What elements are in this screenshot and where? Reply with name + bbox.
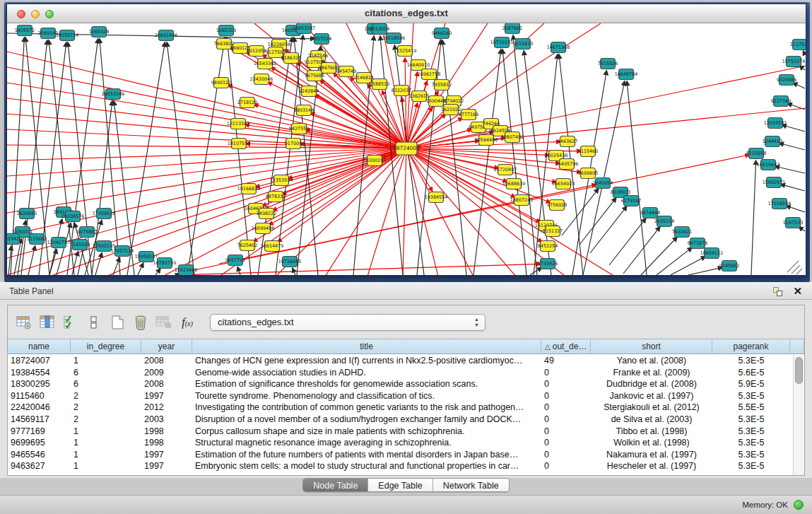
network-canvas-svg[interactable]: 7663822966012589129541822605891275058186… <box>7 23 806 275</box>
table-row[interactable]: 946554611997Estimation of the future num… <box>8 449 793 461</box>
network-node[interactable]: 1215682 <box>27 234 47 245</box>
table-row[interactable]: 911546021997Tourette syndrome. Phenomeno… <box>8 390 793 402</box>
network-node[interactable]: 9756928 <box>547 200 567 211</box>
network-node[interactable]: 1117533 <box>790 40 806 50</box>
network-node[interactable]: 2935114 <box>654 216 674 227</box>
table-cell-short[interactable]: Stergiakouli et al. (2012) <box>591 402 712 414</box>
table-cell-name[interactable]: 9699695 <box>8 437 71 449</box>
table-cell-title[interactable]: Disruption of a novel member of a sodium… <box>192 414 541 426</box>
network-node[interactable]: 20691406 <box>155 30 178 41</box>
network-node[interactable]: 12093582 <box>764 118 787 129</box>
table-cell-indegree[interactable]: 1 <box>71 355 141 367</box>
table-cell-pagerank[interactable]: 5.5E-5 <box>712 402 790 414</box>
new-column-button[interactable] <box>107 312 128 333</box>
table-cell-year[interactable]: 1997 <box>141 460 192 472</box>
table-cell-title[interactable]: Embryonic stem cells: a model to study s… <box>192 460 541 472</box>
network-node[interactable]: 9115460 <box>578 146 598 157</box>
network-node[interactable]: 17359928 <box>93 209 116 219</box>
column-header-indegree[interactable]: in_degree <box>71 339 141 354</box>
table-cell-name[interactable]: 18724007 <box>8 355 71 367</box>
table-cell-outde[interactable]: 0 <box>541 378 591 390</box>
table-cell-short[interactable]: Hescheler et al. (1997) <box>591 460 712 472</box>
network-node[interactable]: 1498222 <box>257 209 276 219</box>
network-node[interactable]: 7857224 <box>312 34 331 45</box>
table-row[interactable]: 2242004622012Investigating the contribut… <box>8 402 793 414</box>
column-format-button[interactable] <box>37 312 58 333</box>
table-cell-indegree[interactable]: 2 <box>71 390 141 402</box>
network-node[interactable]: 9242844 <box>299 86 319 97</box>
network-node[interactable]: 9890122 <box>211 78 231 88</box>
network-node[interactable]: 8427552 <box>289 124 309 134</box>
network-node[interactable]: 19166829 <box>237 184 261 194</box>
table-cell-name[interactable]: 19384554 <box>8 367 71 379</box>
table-cell-indegree[interactable]: 6 <box>71 367 141 379</box>
column-header-pagerank[interactable]: pagerank <box>712 339 790 354</box>
network-canvas[interactable]: 7663822966012589129541822605891275058186… <box>7 23 806 275</box>
table-cell-title[interactable]: Estimation of significance thresholds fo… <box>192 378 541 390</box>
table-cell-short[interactable]: Nakamura et al. (1997) <box>591 449 712 461</box>
network-node[interactable]: 10654112 <box>700 248 724 259</box>
table-row[interactable]: 1456911722003Disruption of a novel membe… <box>8 414 793 426</box>
import-table-button[interactable] <box>153 312 175 333</box>
close-panel-icon[interactable]: ✕ <box>793 285 802 298</box>
network-node[interactable]: 10688639 <box>502 179 526 189</box>
table-cell-name[interactable]: 18300295 <box>8 378 71 390</box>
network-node[interactable]: 1151327 <box>543 226 563 237</box>
network-node[interactable]: 7955812 <box>432 80 452 90</box>
table-cell-year[interactable]: 2008 <box>141 378 192 390</box>
network-node[interactable]: 2087682 <box>502 23 522 34</box>
network-node[interactable]: 8186328 <box>281 53 301 64</box>
network-node[interactable]: 8878332 <box>266 192 286 202</box>
network-window-titlebar[interactable]: citations_edges.txt <box>7 4 806 23</box>
table-cell-outde[interactable]: 0 <box>541 426 591 438</box>
table-cell-title[interactable]: Changes of HCN gene expression and I(f) … <box>192 355 541 367</box>
table-cell-short[interactable]: Franke et al. (2009) <box>591 367 712 379</box>
table-cell-short[interactable]: Dudbridge et al. (2008) <box>591 378 712 390</box>
network-node[interactable]: 1065329 <box>216 25 236 36</box>
network-node[interactable]: 7632621 <box>672 227 692 238</box>
table-cell-indegree[interactable]: 1 <box>71 460 141 472</box>
row-height-button[interactable] <box>83 312 105 333</box>
network-node[interactable]: 9245652 <box>719 261 739 271</box>
network-node[interactable]: 7625402 <box>237 240 257 251</box>
scrollbar-thumb[interactable] <box>795 357 803 384</box>
table-cell-year[interactable]: 2008 <box>141 355 192 367</box>
table-cell-year[interactable]: 2009 <box>141 367 192 379</box>
network-node[interactable]: 18724007 <box>393 142 420 155</box>
table-cell-year[interactable]: 1997 <box>141 449 192 461</box>
table-cell-short[interactable]: Jankovic et al. (1997) <box>591 390 712 402</box>
table-row[interactable]: 969969511998Structural magnetic resonanc… <box>8 437 793 449</box>
table-cell-year[interactable]: 2003 <box>141 414 192 426</box>
table-cell-title[interactable]: Estimation of the future numbers of pati… <box>192 449 541 461</box>
network-node[interactable]: 1244413 <box>763 136 782 147</box>
network-node[interactable]: 8471676 <box>688 238 707 249</box>
network-node[interactable]: 14671368 <box>547 42 570 53</box>
network-node[interactable]: 1733426 <box>538 259 558 269</box>
table-cell-short[interactable]: de Silva et al. (2003) <box>591 414 712 426</box>
network-node[interactable]: 10719155 <box>490 37 514 48</box>
network-node[interactable]: 8813054 <box>370 24 389 35</box>
network-node[interactable]: 16654923 <box>552 179 575 189</box>
network-node[interactable]: 7515526 <box>598 59 618 69</box>
table-cell-pagerank[interactable]: 5.3E-5 <box>712 449 790 461</box>
table-cell-outde[interactable]: 0 <box>541 449 591 461</box>
function-builder-button[interactable]: f(x) <box>177 312 198 333</box>
table-selector-dropdown[interactable]: citations_edges.txt ▲▼ <box>210 314 486 331</box>
network-node[interactable]: 9975887 <box>77 227 97 238</box>
tab-node-table[interactable]: Node Table <box>303 479 368 492</box>
network-node[interactable]: 1065328 <box>89 27 109 37</box>
table-cell-pagerank[interactable]: 5.3E-5 <box>712 426 790 438</box>
table-cell-indegree[interactable]: 1 <box>71 449 141 461</box>
table-cell-short[interactable]: Tibbo et al. (1998) <box>591 426 712 438</box>
network-node[interactable]: 9329966 <box>777 75 796 86</box>
network-node[interactable]: 9699695 <box>578 168 598 179</box>
network-node[interactable]: 16648784 <box>615 69 638 80</box>
table-cell-name[interactable]: 9465546 <box>8 449 71 461</box>
network-node[interactable]: 8912954 <box>247 46 266 57</box>
float-panel-icon[interactable] <box>773 287 782 296</box>
table-cell-name[interactable]: 14569117 <box>8 414 71 426</box>
network-node[interactable]: 6179197 <box>621 196 641 206</box>
network-node[interactable]: 2718120 <box>237 98 257 108</box>
table-cell-outde[interactable]: 0 <box>541 437 591 449</box>
table-cell-indegree[interactable]: 6 <box>71 378 141 390</box>
